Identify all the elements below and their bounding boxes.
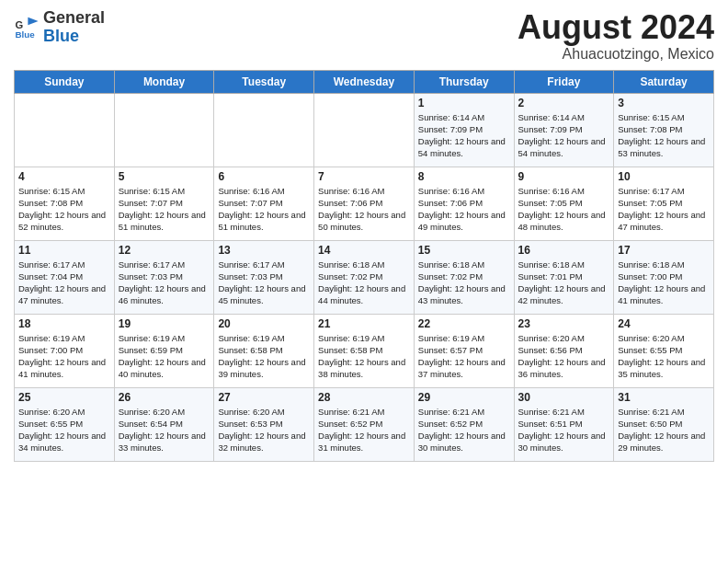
calendar-week-5: 25Sunrise: 6:20 AMSunset: 6:55 PMDayligh…	[15, 387, 714, 461]
cell-content: Sunrise: 6:19 AMSunset: 6:58 PMDaylight:…	[218, 332, 310, 381]
calendar-cell: 31Sunrise: 6:21 AMSunset: 6:50 PMDayligh…	[614, 387, 714, 461]
calendar-cell: 21Sunrise: 6:19 AMSunset: 6:58 PMDayligh…	[314, 314, 415, 387]
calendar-cell: 30Sunrise: 6:21 AMSunset: 6:51 PMDayligh…	[514, 387, 614, 461]
day-number: 30	[518, 391, 610, 404]
day-number: 14	[318, 244, 410, 257]
cell-content: Sunrise: 6:17 AMSunset: 7:03 PMDaylight:…	[119, 259, 210, 307]
day-number: 23	[518, 317, 610, 330]
calendar-cell: 4Sunrise: 6:15 AMSunset: 7:08 PMDaylight…	[15, 167, 115, 240]
calendar-cell: 5Sunrise: 6:15 AMSunset: 7:07 PMDaylight…	[114, 167, 214, 240]
calendar-cell: 28Sunrise: 6:21 AMSunset: 6:52 PMDayligh…	[314, 387, 415, 461]
calendar-header-row: SundayMondayTuesdayWednesdayThursdayFrid…	[15, 70, 714, 93]
day-number: 3	[618, 97, 710, 109]
day-number: 29	[418, 391, 510, 404]
calendar-week-2: 4Sunrise: 6:15 AMSunset: 7:08 PMDaylight…	[15, 167, 714, 240]
calendar-cell: 18Sunrise: 6:19 AMSunset: 7:00 PMDayligh…	[15, 314, 115, 387]
day-number: 1	[418, 97, 510, 109]
calendar-cell: 24Sunrise: 6:20 AMSunset: 6:55 PMDayligh…	[614, 314, 714, 387]
day-number: 28	[318, 391, 410, 404]
page-header: G Blue General Blue August 2024 Ahuacuot…	[14, 9, 714, 63]
calendar-cell: 19Sunrise: 6:19 AMSunset: 6:59 PMDayligh…	[114, 314, 214, 387]
day-number: 26	[119, 391, 210, 404]
calendar-cell: 27Sunrise: 6:20 AMSunset: 6:53 PMDayligh…	[214, 387, 314, 461]
day-number: 21	[318, 317, 410, 330]
cell-content: Sunrise: 6:19 AMSunset: 7:00 PMDaylight:…	[18, 332, 110, 381]
cell-content: Sunrise: 6:19 AMSunset: 6:57 PMDaylight:…	[418, 332, 510, 381]
day-number: 5	[119, 170, 210, 183]
calendar-cell: 25Sunrise: 6:20 AMSunset: 6:55 PMDayligh…	[15, 387, 115, 461]
day-header-tuesday: Tuesday	[214, 70, 314, 93]
calendar-cell: 15Sunrise: 6:18 AMSunset: 7:02 PMDayligh…	[414, 240, 514, 314]
calendar-cell: 23Sunrise: 6:20 AMSunset: 6:56 PMDayligh…	[514, 314, 614, 387]
calendar-cell: 7Sunrise: 6:16 AMSunset: 7:06 PMDaylight…	[314, 167, 415, 240]
cell-content: Sunrise: 6:21 AMSunset: 6:50 PMDaylight:…	[618, 406, 710, 454]
cell-content: Sunrise: 6:20 AMSunset: 6:55 PMDaylight:…	[618, 332, 710, 381]
calendar-cell: 16Sunrise: 6:18 AMSunset: 7:01 PMDayligh…	[514, 240, 614, 314]
day-number: 19	[119, 317, 210, 330]
day-number: 8	[418, 170, 510, 183]
calendar-cell	[314, 93, 415, 167]
day-number: 6	[218, 170, 310, 183]
day-number: 9	[518, 170, 610, 183]
calendar-week-3: 11Sunrise: 6:17 AMSunset: 7:04 PMDayligh…	[15, 240, 714, 314]
cell-content: Sunrise: 6:17 AMSunset: 7:04 PMDaylight:…	[18, 259, 110, 307]
calendar-cell: 8Sunrise: 6:16 AMSunset: 7:06 PMDaylight…	[414, 167, 514, 240]
cell-content: Sunrise: 6:21 AMSunset: 6:51 PMDaylight:…	[518, 406, 610, 454]
calendar-week-1: 1Sunrise: 6:14 AMSunset: 7:09 PMDaylight…	[15, 93, 714, 167]
day-number: 4	[18, 170, 110, 183]
day-number: 11	[18, 244, 110, 257]
day-header-wednesday: Wednesday	[314, 70, 415, 93]
logo-general: General	[43, 8, 105, 27]
day-header-monday: Monday	[114, 70, 214, 93]
cell-content: Sunrise: 6:15 AMSunset: 7:07 PMDaylight:…	[119, 185, 210, 234]
cell-content: Sunrise: 6:15 AMSunset: 7:08 PMDaylight:…	[18, 185, 110, 234]
calendar-cell	[15, 93, 115, 167]
calendar-week-4: 18Sunrise: 6:19 AMSunset: 7:00 PMDayligh…	[15, 314, 714, 387]
day-number: 24	[618, 317, 710, 330]
cell-content: Sunrise: 6:18 AMSunset: 7:00 PMDaylight:…	[618, 259, 710, 307]
day-number: 25	[18, 391, 110, 404]
calendar-cell: 6Sunrise: 6:16 AMSunset: 7:07 PMDaylight…	[214, 167, 314, 240]
calendar-subtitle: Ahuacuotzingo, Mexico	[518, 46, 714, 63]
cell-content: Sunrise: 6:20 AMSunset: 6:53 PMDaylight:…	[218, 406, 310, 454]
day-header-thursday: Thursday	[414, 70, 514, 93]
cell-content: Sunrise: 6:14 AMSunset: 7:09 PMDaylight:…	[518, 111, 610, 160]
day-number: 20	[218, 317, 310, 330]
calendar-cell: 22Sunrise: 6:19 AMSunset: 6:57 PMDayligh…	[414, 314, 514, 387]
day-number: 2	[518, 97, 610, 109]
calendar-cell: 17Sunrise: 6:18 AMSunset: 7:00 PMDayligh…	[614, 240, 714, 314]
day-number: 27	[218, 391, 310, 404]
day-header-saturday: Saturday	[614, 70, 714, 93]
day-number: 15	[418, 244, 510, 257]
calendar-cell	[214, 93, 314, 167]
day-header-sunday: Sunday	[15, 70, 115, 93]
title-block: August 2024 Ahuacuotzingo, Mexico	[518, 9, 714, 63]
day-number: 18	[18, 317, 110, 330]
cell-content: Sunrise: 6:19 AMSunset: 6:59 PMDaylight:…	[119, 332, 210, 381]
cell-content: Sunrise: 6:15 AMSunset: 7:08 PMDaylight:…	[618, 111, 710, 160]
cell-content: Sunrise: 6:16 AMSunset: 7:07 PMDaylight:…	[218, 185, 310, 234]
day-number: 22	[418, 317, 510, 330]
calendar-cell: 12Sunrise: 6:17 AMSunset: 7:03 PMDayligh…	[114, 240, 214, 314]
logo: G Blue General Blue	[14, 9, 105, 46]
calendar-cell: 1Sunrise: 6:14 AMSunset: 7:09 PMDaylight…	[414, 93, 514, 167]
calendar-cell: 29Sunrise: 6:21 AMSunset: 6:52 PMDayligh…	[414, 387, 514, 461]
cell-content: Sunrise: 6:17 AMSunset: 7:05 PMDaylight:…	[618, 185, 710, 234]
cell-content: Sunrise: 6:19 AMSunset: 6:58 PMDaylight:…	[318, 332, 410, 381]
day-number: 16	[518, 244, 610, 257]
calendar-cell: 11Sunrise: 6:17 AMSunset: 7:04 PMDayligh…	[15, 240, 115, 314]
cell-content: Sunrise: 6:20 AMSunset: 6:56 PMDaylight:…	[518, 332, 610, 381]
cell-content: Sunrise: 6:20 AMSunset: 6:54 PMDaylight:…	[119, 406, 210, 454]
cell-content: Sunrise: 6:14 AMSunset: 7:09 PMDaylight:…	[418, 111, 510, 160]
calendar-cell: 13Sunrise: 6:17 AMSunset: 7:03 PMDayligh…	[214, 240, 314, 314]
logo-icon: G Blue	[14, 15, 40, 40]
cell-content: Sunrise: 6:18 AMSunset: 7:02 PMDaylight:…	[318, 259, 410, 307]
calendar-cell: 3Sunrise: 6:15 AMSunset: 7:08 PMDaylight…	[614, 93, 714, 167]
svg-text:Blue: Blue	[15, 29, 35, 40]
cell-content: Sunrise: 6:17 AMSunset: 7:03 PMDaylight:…	[218, 259, 310, 307]
calendar-cell: 20Sunrise: 6:19 AMSunset: 6:58 PMDayligh…	[214, 314, 314, 387]
day-number: 31	[618, 391, 710, 404]
day-number: 12	[119, 244, 210, 257]
cell-content: Sunrise: 6:18 AMSunset: 7:02 PMDaylight:…	[418, 259, 510, 307]
calendar-cell: 14Sunrise: 6:18 AMSunset: 7:02 PMDayligh…	[314, 240, 415, 314]
